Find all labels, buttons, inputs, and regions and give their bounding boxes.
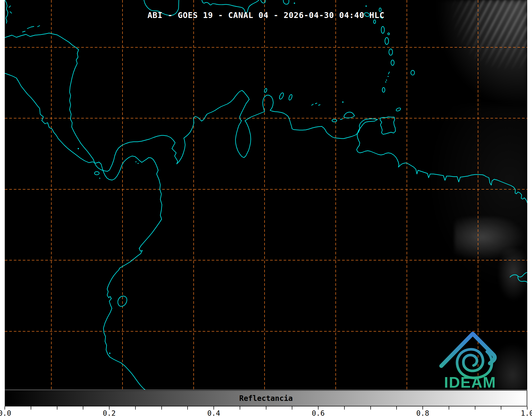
pearl-islands-1 — [135, 161, 137, 162]
island-aruba — [264, 88, 267, 93]
antilles-island-2 — [374, 20, 376, 24]
ideam-logo: IDEAM — [441, 334, 496, 390]
island-bonaire — [288, 94, 293, 100]
graticule-grid — [5, 0, 527, 390]
satellite-map-area: IDEAM ABI - GOES 19 - CANAL 04 - 2026-04… — [5, 0, 527, 390]
coastline-pacific — [5, 73, 162, 390]
river-squiggle-right — [510, 273, 527, 282]
map-overlay: IDEAM — [5, 0, 527, 390]
islets-los-roques-1 — [312, 104, 313, 105]
ideam-logo-text: IDEAM — [444, 374, 496, 390]
pearl-islands-2 — [138, 163, 139, 164]
islet-coche — [340, 119, 342, 120]
antilles-grenadines-4 — [385, 81, 386, 83]
islet-lobos — [109, 353, 111, 354]
satellite-image-figure: IDEAM ABI - GOES 19 - CANAL 04 - 2026-04… — [0, 0, 532, 417]
colorbar-tick-label: 0.0 — [0, 409, 11, 417]
islet-pacific — [99, 178, 100, 179]
island-puerto-rico — [283, 0, 289, 4]
island-coiba — [94, 172, 99, 175]
colorbar-label: Reflectancia — [5, 391, 527, 406]
antilles-grenadines-3 — [386, 80, 387, 81]
antilles-grenadines-1 — [388, 72, 389, 74]
island-barbados — [411, 70, 415, 75]
reflectance-colorbar: Reflectancia — [5, 390, 527, 406]
islet-la-orchila — [342, 102, 344, 103]
colorbar-tick-labels: 0.00.20.40.60.81.0 — [5, 409, 527, 417]
antilles-st-vincent — [391, 60, 394, 65]
antilles-martinique — [385, 38, 389, 44]
antilles-grenadines-2 — [388, 76, 389, 77]
antilles-dot-1 — [366, 6, 367, 7]
bay-islands-1 — [27, 26, 34, 29]
islets-los-roques-3 — [319, 105, 320, 105]
island-san-andres — [78, 148, 79, 149]
bay-islands-2 — [22, 31, 25, 32]
island-trinidad — [380, 117, 395, 134]
island-la-tortuga — [332, 119, 337, 122]
island-small-dot — [294, 3, 295, 4]
islets-los-roques-2 — [315, 103, 317, 104]
image-title: ABI - GOES 19 - CANAL 04 - 2026-04-30 04… — [5, 11, 527, 20]
antilles-st-lucia — [389, 49, 393, 55]
colorbar-tick-label: 0.6 — [312, 409, 325, 417]
island-margarita — [344, 112, 354, 118]
antilles-dominica — [381, 26, 384, 33]
islet-top-left-1 — [9, 6, 11, 7]
colorbar-tick-label: 0.8 — [416, 409, 429, 417]
colorbar-tick-label: 1.0 — [521, 409, 532, 417]
bay-islands-3 — [38, 26, 40, 27]
antilles-circle — [388, 33, 390, 35]
island-curacao — [279, 92, 284, 100]
colorbar-tick-label: 0.4 — [207, 409, 220, 417]
colorbar-tick-label: 0.2 — [103, 409, 116, 417]
antilles-grenada — [382, 88, 385, 92]
island-tobago — [396, 107, 401, 112]
